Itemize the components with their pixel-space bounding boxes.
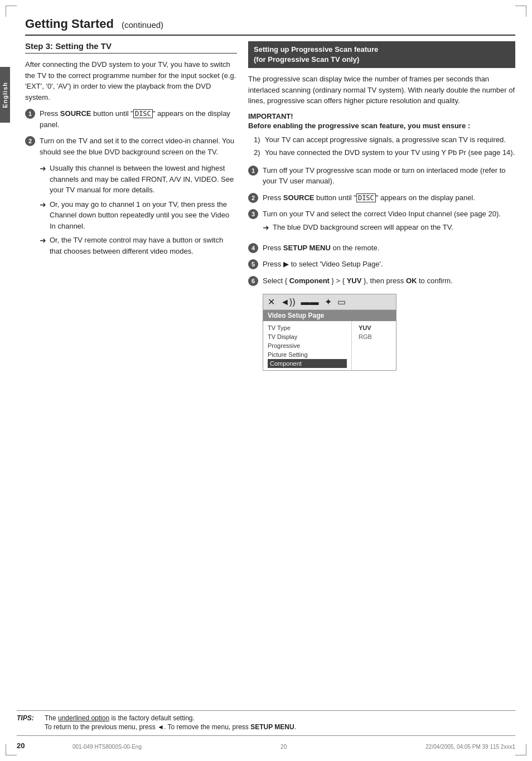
right-step-5: 5 Press ▶ to select 'Video Setup Page'.: [248, 259, 515, 270]
tips-line-2: To return to the previous menu, press ◄.…: [45, 723, 515, 731]
footer: 001-049 HTS8000S-00-Eng 20 22/04/2005, 0…: [72, 744, 515, 750]
right-step-4: 4 Press SETUP MENU on the remote.: [248, 243, 515, 254]
ensure-item-2: 2) You have connected the DVD system to …: [254, 147, 515, 158]
footer-doc-id: 001-049 HTS8000S-00-Eng: [72, 744, 142, 750]
menu-item-progressive: Progressive: [268, 341, 347, 350]
step-text-1: Press SOURCE button until "DISC" appears…: [40, 108, 237, 130]
menu-item-component: Component: [268, 359, 347, 368]
audio-icon: ◄)): [280, 297, 296, 307]
right-step-3: 3 Turn on your TV and select the correct…: [248, 209, 515, 237]
right-arrow-1: ➜ The blue DVD background screen will ap…: [263, 222, 515, 234]
right-step-num-4: 4: [248, 243, 258, 253]
right-step-text-6: Select { Component } > { YUV }, then pre…: [263, 275, 515, 287]
tv-icon: ▬▬: [301, 297, 319, 307]
right-intro: The progressive scan display twice the n…: [248, 74, 515, 106]
step-text-2: Turn on the TV and set it to the correct…: [40, 135, 237, 157]
highlight-line1: Setting up Progressive Scan feature: [254, 45, 510, 55]
footer-page: 20: [280, 744, 287, 750]
important-subheading: Before enabling the progressive scan fea…: [248, 122, 515, 130]
right-step-num-1: 1: [248, 166, 258, 176]
ensure-item-1: 1) Your TV can accept progressive signal…: [254, 134, 515, 146]
left-column: Step 3: Setting the TV After connecting …: [25, 41, 237, 371]
menu-item-tv-display: TV Display: [268, 332, 347, 341]
right-step-text-1: Turn off your TV progressive scan mode o…: [263, 165, 515, 187]
dvd-menu-title: Video Setup Page: [263, 310, 396, 321]
menu-item-picture-setting: Picture Setting: [268, 350, 347, 359]
language-label: English: [2, 82, 8, 108]
arrow-icon-1: ➜: [40, 163, 46, 175]
right-column: Setting up Progressive Scan feature (for…: [248, 41, 515, 371]
right-arrow-icon-1: ➜: [263, 222, 269, 234]
menu-sub-yuv: YUV: [356, 323, 391, 332]
right-step-2: 2 Press SOURCE button until "DISC" appea…: [248, 192, 515, 203]
dvd-menu-items: TV Type TV Display Progressive Picture S…: [263, 321, 351, 370]
dvd-menu-icons-row: ✕ ◄)) ▬▬ ✦ ▭: [263, 294, 396, 310]
step-number-1: 1: [25, 109, 35, 119]
right-step-text-5: Press ▶ to select 'Video Setup Page'.: [263, 259, 515, 270]
footer-date: 22/04/2005, 04:05 PM 39 115 2xxx1: [425, 744, 515, 750]
corner-mark-tl: [6, 6, 17, 17]
dvd-menu-screenshot: ✕ ◄)) ▬▬ ✦ ▭ Video Setup Page TV Type TV…: [263, 294, 396, 371]
right-step-num-2: 2: [248, 193, 258, 203]
important-heading: IMPORTANT!: [248, 112, 515, 120]
right-step-num-5: 5: [248, 259, 258, 269]
right-step-1: 1 Turn off your TV progressive scan mode…: [248, 165, 515, 187]
arrow-icon-3: ➜: [40, 235, 46, 246]
ensure-list: 1) Your TV can accept progressive signal…: [254, 134, 515, 158]
right-step-6: 6 Select { Component } > { YUV }, then p…: [248, 275, 515, 287]
dvd-menu-body: TV Type TV Display Progressive Picture S…: [263, 321, 396, 370]
highlight-line2: (for Progressive Scan TV only): [254, 55, 510, 65]
corner-mark-br: [515, 744, 526, 755]
step-item-1: 1 Press SOURCE button until "DISC" appea…: [25, 108, 237, 130]
scissors-icon: ✕: [268, 297, 275, 307]
right-step-text-2: Press SOURCE button until "DISC" appears…: [263, 192, 515, 203]
arrow-item-2: ➜ Or, you may go to channel 1 on your TV…: [40, 199, 237, 232]
right-step-num-6: 6: [248, 276, 258, 286]
tips-label: TIPS:: [17, 714, 39, 732]
arrow-icon-2: ➜: [40, 199, 46, 211]
step-number-2: 2: [25, 136, 35, 146]
menu-item-tv-type: TV Type: [268, 323, 347, 332]
tips-bar: TIPS: The underlined option is the facto…: [17, 710, 515, 736]
arrow-item-3: ➜ Or, the TV remote control may have a b…: [40, 235, 237, 256]
tips-line-1: The underlined option is the factory def…: [45, 714, 515, 722]
language-tab: English: [0, 67, 10, 123]
right-step-text-4: Press SETUP MENU on the remote.: [263, 243, 515, 254]
dvd-menu-sub-items: YUV RGB: [351, 321, 396, 370]
highlight-box: Setting up Progressive Scan feature (for…: [248, 41, 515, 68]
page-title: Getting Started (continued): [25, 17, 515, 36]
step-heading: Step 3: Setting the TV: [25, 41, 237, 54]
tips-content: The underlined option is the factory def…: [45, 714, 515, 732]
arrow-item-1: ➜ Usually this channel is between the lo…: [40, 163, 237, 196]
menu-sub-rgb: RGB: [356, 332, 391, 341]
right-step-text-3: Turn on your TV and select the correct V…: [263, 209, 515, 237]
star-icon: ✦: [325, 297, 332, 307]
underline-option: underlined option: [58, 714, 109, 722]
step-item-2: 2 Turn on the TV and set it to the corre…: [25, 135, 237, 157]
corner-mark-bl: [6, 744, 17, 755]
exit-icon: ▭: [337, 297, 346, 307]
corner-mark-tr: [515, 6, 526, 17]
page-number: 20: [17, 741, 25, 750]
right-step-num-3: 3: [248, 209, 258, 219]
intro-text: After connecting the DVD system to your …: [25, 59, 237, 103]
